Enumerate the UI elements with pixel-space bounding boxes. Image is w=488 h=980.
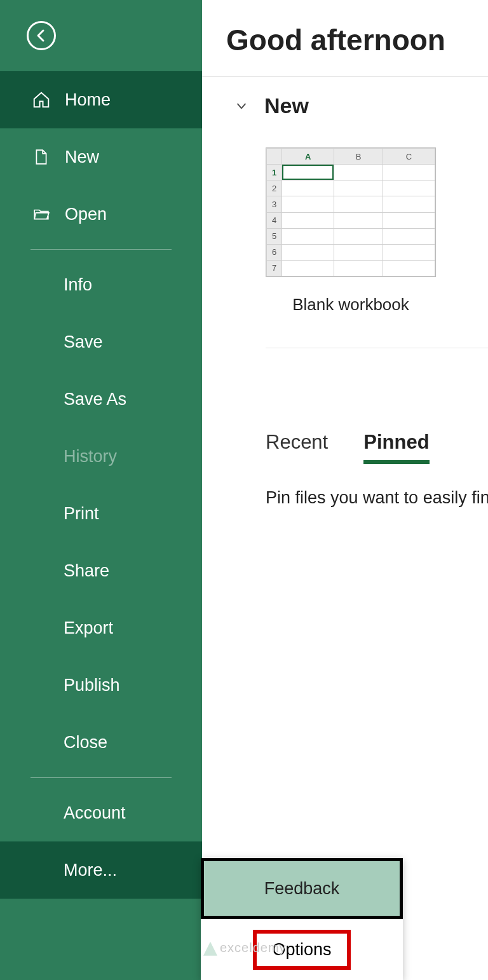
sidebar-label-publish: Publish [64,676,120,695]
template-name: Blank workbook [266,295,436,315]
sidebar-label-home: Home [65,90,111,110]
home-icon [30,89,52,111]
sidebar-label-print: Print [64,504,99,524]
sidebar-divider-2 [30,777,172,778]
sidebar-item-publish[interactable]: Publish [0,657,202,714]
tab-recent[interactable]: Recent [266,431,328,464]
arrow-left-icon [34,28,49,43]
sidebar-item-more[interactable]: More... [0,841,202,899]
sidebar-label-export: Export [64,618,113,638]
sidebar-label-history: History [64,447,117,466]
sidebar-item-save[interactable]: Save [0,313,202,371]
sidebar-item-saveas[interactable]: Save As [0,371,202,428]
new-section-header[interactable]: New [202,77,488,118]
sidebar-item-print[interactable]: Print [0,485,202,542]
sidebar-item-new[interactable]: New [0,128,202,186]
main-content: Good afternoon New ABC 1 2 3 4 5 6 [202,0,488,980]
pinned-empty-message: Pin files you want to easily find [202,464,488,508]
sidebar-label-new: New [65,147,99,167]
sidebar-item-close[interactable]: Close [0,714,202,771]
sidebar-label-save: Save [64,332,103,352]
template-blank-workbook[interactable]: ABC 1 2 3 4 5 6 7 Blank workbook [266,147,436,315]
sidebar-label-open: Open [65,205,107,224]
workbook-preview-icon: ABC 1 2 3 4 5 6 7 [266,148,435,276]
sidebar-label-more: More... [64,861,117,880]
sidebar-item-history: History [0,428,202,485]
tab-pinned[interactable]: Pinned [363,431,429,464]
popup-item-feedback[interactable]: Feedback [201,858,403,919]
folder-open-icon [30,203,52,225]
back-button[interactable] [27,21,56,50]
sidebar-item-info[interactable]: Info [0,256,202,313]
popup-label-options: Options [253,930,350,970]
chevron-down-icon [233,97,250,115]
sidebar-label-account: Account [64,803,126,823]
template-thumbnail[interactable]: ABC 1 2 3 4 5 6 7 [266,147,436,277]
sidebar-divider [30,249,172,250]
new-section-label: New [264,93,309,118]
sidebar-item-share[interactable]: Share [0,542,202,599]
sidebar-label-share: Share [64,561,109,581]
sidebar-item-home[interactable]: Home [0,71,202,128]
popup-label-feedback: Feedback [264,879,340,899]
sidebar-item-export[interactable]: Export [0,599,202,657]
greeting-title: Good afternoon [202,0,488,77]
backstage-sidebar: Home New Open Info Save Save As History … [0,0,202,980]
sidebar-item-open[interactable]: Open [0,186,202,243]
sidebar-item-account[interactable]: Account [0,784,202,841]
more-popup: Feedback Options [201,858,403,980]
new-file-icon [30,146,52,168]
file-tabs: Recent Pinned [202,348,488,464]
sidebar-label-saveas: Save As [64,390,126,409]
sidebar-label-close: Close [64,733,107,752]
sidebar-label-info: Info [64,275,92,295]
popup-item-options[interactable]: Options [201,919,403,980]
